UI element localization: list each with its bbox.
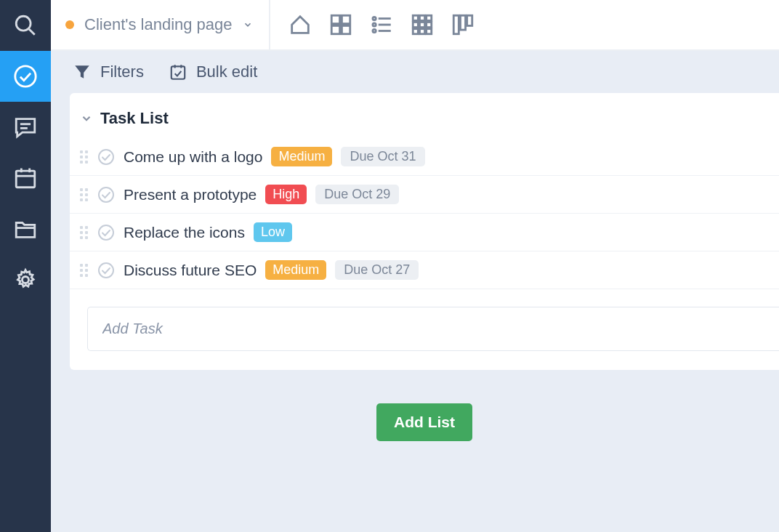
svg-rect-24 — [413, 15, 418, 20]
task-title: Replace the icons — [124, 224, 245, 241]
tasks-container: Come up with a logoMediumDue Oct 31Prese… — [70, 138, 779, 289]
due-badge: Due Oct 29 — [315, 185, 399, 204]
view-grid[interactable] — [408, 11, 436, 39]
toolbar: Filters Bulk edit — [51, 51, 779, 93]
task-complete-toggle[interactable] — [97, 224, 115, 241]
svg-point-22 — [373, 29, 376, 32]
sidebar-item-files[interactable] — [0, 203, 51, 254]
chat-icon — [13, 115, 38, 140]
bulk-edit-button[interactable]: Bulk edit — [169, 63, 257, 81]
sidebar — [0, 0, 51, 532]
add-task-row — [87, 307, 779, 351]
topbar-divider — [269, 0, 270, 50]
project-status-dot — [65, 20, 74, 29]
sidebar-item-settings[interactable] — [0, 254, 51, 305]
view-columns[interactable] — [449, 11, 477, 39]
add-list-button[interactable]: Add List — [376, 403, 472, 441]
svg-point-2 — [15, 66, 36, 86]
svg-rect-33 — [453, 15, 459, 34]
svg-rect-28 — [419, 22, 424, 27]
list-title: Task List — [100, 109, 169, 128]
folder-icon — [13, 217, 38, 241]
svg-point-42 — [99, 263, 113, 278]
svg-point-40 — [99, 188, 113, 202]
svg-point-13 — [22, 276, 28, 283]
view-board[interactable] — [327, 11, 355, 39]
svg-rect-27 — [413, 22, 418, 27]
due-badge: Due Oct 27 — [335, 260, 419, 280]
add-task-input[interactable] — [87, 307, 779, 351]
filters-button[interactable]: Filters — [73, 63, 144, 81]
svg-rect-17 — [342, 25, 350, 33]
topbar: Client's landing page — [51, 0, 779, 51]
svg-rect-5 — [16, 171, 35, 188]
task-title: Come up with a logo — [124, 148, 262, 166]
grid-2x2-icon — [328, 12, 353, 37]
svg-rect-16 — [331, 25, 339, 33]
svg-point-20 — [373, 23, 376, 26]
sidebar-item-chat[interactable] — [0, 102, 51, 153]
priority-badge: High — [265, 185, 307, 204]
priority-badge: Medium — [265, 260, 326, 280]
filters-label: Filters — [100, 63, 144, 81]
task-row[interactable]: Present a prototypeHighDue Oct 29 — [70, 176, 779, 214]
svg-rect-25 — [419, 15, 424, 20]
sidebar-item-tasks[interactable] — [0, 51, 51, 102]
calendar-check-icon — [169, 63, 187, 81]
priority-badge: Low — [254, 222, 292, 242]
bulk-edit-label: Bulk edit — [196, 63, 257, 81]
svg-rect-32 — [426, 29, 431, 34]
view-switcher — [286, 11, 477, 39]
svg-point-18 — [373, 17, 376, 20]
project-selector[interactable]: Client's landing page — [65, 15, 253, 34]
content-area: Task List Come up with a logoMediumDue O… — [51, 93, 779, 532]
list-header[interactable]: Task List — [70, 109, 779, 138]
add-list-wrap: Add List — [70, 403, 779, 441]
sidebar-item-search[interactable] — [0, 0, 51, 51]
sidebar-item-calendar[interactable] — [0, 153, 51, 203]
svg-point-0 — [16, 16, 31, 31]
gear-icon — [13, 267, 38, 292]
task-row[interactable]: Discuss future SEOMediumDue Oct 27 — [70, 251, 779, 289]
project-name: Client's landing page — [84, 15, 233, 34]
task-complete-toggle[interactable] — [97, 262, 115, 279]
task-title: Discuss future SEO — [124, 262, 257, 279]
svg-rect-26 — [426, 15, 431, 20]
task-complete-toggle[interactable] — [97, 186, 115, 203]
grid-3x3-icon — [410, 12, 435, 37]
list-icon — [369, 12, 394, 37]
home-icon — [288, 12, 312, 37]
search-icon — [13, 13, 38, 38]
view-list[interactable] — [368, 11, 395, 39]
chevron-down-icon — [243, 20, 253, 30]
svg-rect-34 — [460, 15, 465, 30]
svg-point-41 — [99, 225, 113, 240]
svg-rect-29 — [426, 22, 431, 27]
view-home[interactable] — [286, 11, 314, 39]
task-row[interactable]: Come up with a logoMediumDue Oct 31 — [70, 138, 779, 176]
task-row[interactable]: Replace the iconsLow — [70, 214, 779, 251]
svg-rect-15 — [342, 15, 350, 23]
svg-line-1 — [29, 29, 35, 35]
svg-rect-30 — [413, 29, 418, 34]
calendar-icon — [13, 166, 38, 190]
priority-badge: Medium — [271, 147, 332, 166]
chevron-down-icon — [80, 112, 93, 125]
svg-rect-36 — [171, 66, 185, 78]
svg-rect-14 — [331, 15, 339, 23]
drag-handle-icon[interactable] — [80, 150, 89, 164]
svg-rect-35 — [467, 15, 472, 25]
drag-handle-icon[interactable] — [80, 226, 89, 239]
task-title: Present a prototype — [124, 186, 257, 203]
due-badge: Due Oct 31 — [341, 147, 424, 166]
filter-icon — [73, 63, 92, 81]
drag-handle-icon[interactable] — [80, 264, 89, 277]
check-circle-icon — [13, 64, 38, 89]
svg-point-39 — [99, 150, 113, 164]
columns-icon — [451, 12, 475, 37]
main: Client's landing page — [51, 0, 779, 532]
drag-handle-icon[interactable] — [80, 188, 89, 201]
svg-rect-31 — [419, 29, 424, 34]
task-list-card: Task List Come up with a logoMediumDue O… — [70, 93, 779, 370]
task-complete-toggle[interactable] — [97, 148, 115, 166]
